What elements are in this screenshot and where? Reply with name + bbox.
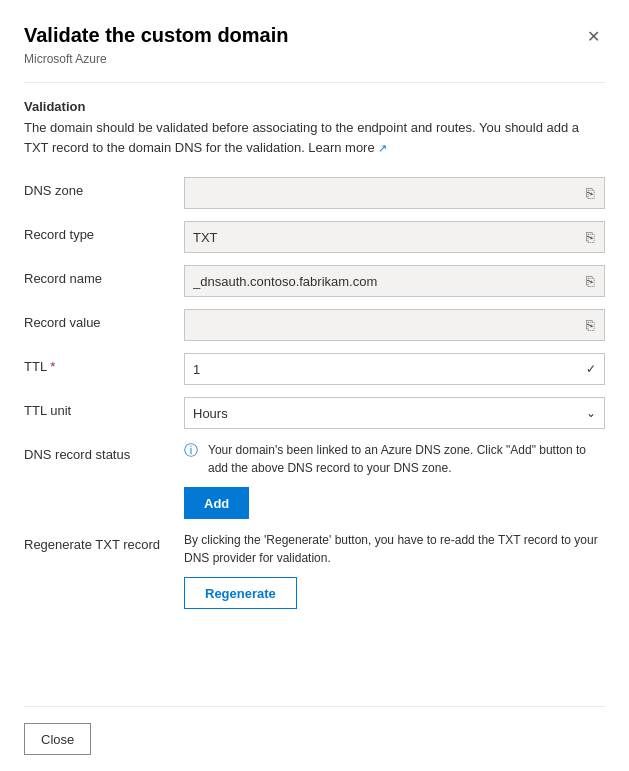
record-value-copy-icon[interactable]: ⎘ [584,315,596,335]
dialog-footer: Close [24,706,605,771]
record-name-copy-icon[interactable]: ⎘ [584,271,596,291]
dns-status-info-box: ⓘ Your domain's been linked to an Azure … [184,441,605,477]
regenerate-label: Regenerate TXT record [24,531,184,552]
record-type-label: Record type [24,221,184,242]
record-value-control: ⎘ [184,309,605,341]
dns-zone-input[interactable] [193,186,584,201]
ttl-label: TTL * [24,353,184,374]
validate-domain-dialog: Validate the custom domain ✕ Microsoft A… [0,0,629,771]
ttl-unit-chevron-icon: ⌄ [586,406,596,420]
ttl-unit-label: TTL unit [24,397,184,418]
ttl-select[interactable]: 1 ✓ [184,353,605,385]
record-type-control: ⎘ [184,221,605,253]
dns-zone-copy-icon[interactable]: ⎘ [584,183,596,203]
ttl-unit-select[interactable]: Hours ⌄ [184,397,605,429]
ttl-required-star: * [50,359,55,374]
info-icon: ⓘ [184,442,200,477]
record-name-label: Record name [24,265,184,286]
record-name-control: ⎘ [184,265,605,297]
record-type-input-wrapper: ⎘ [184,221,605,253]
dns-zone-label: DNS zone [24,177,184,198]
record-name-row: Record name ⎘ [24,265,605,297]
validation-heading: Validation [24,99,605,114]
ttl-row: TTL * 1 ✓ [24,353,605,385]
ttl-value: 1 [193,362,586,377]
dialog-subtitle: Microsoft Azure [24,52,605,66]
add-button[interactable]: Add [184,487,249,519]
record-value-label: Record value [24,309,184,330]
ttl-unit-control: Hours ⌄ [184,397,605,429]
dns-status-info-text: Your domain's been linked to an Azure DN… [208,441,605,477]
ttl-check-icon: ✓ [586,362,596,376]
record-type-input[interactable] [193,230,584,245]
regenerate-button[interactable]: Regenerate [184,577,297,609]
dns-zone-control: ⎘ [184,177,605,209]
ttl-unit-row: TTL unit Hours ⌄ [24,397,605,429]
dns-zone-row: DNS zone ⎘ [24,177,605,209]
validation-description: The domain should be validated before as… [24,118,605,157]
regenerate-content: By clicking the 'Regenerate' button, you… [184,531,605,609]
record-value-row: Record value ⎘ [24,309,605,341]
ttl-control: 1 ✓ [184,353,605,385]
external-link-icon: ↗ [378,142,387,154]
ttl-unit-value: Hours [193,406,586,421]
regenerate-description: By clicking the 'Regenerate' button, you… [184,531,605,567]
record-name-input-wrapper: ⎘ [184,265,605,297]
dns-status-content: ⓘ Your domain's been linked to an Azure … [184,441,605,519]
dns-zone-input-wrapper: ⎘ [184,177,605,209]
record-name-input[interactable] [193,274,584,289]
dialog-title: Validate the custom domain [24,24,289,47]
regenerate-row: Regenerate TXT record By clicking the 'R… [24,531,605,609]
record-type-copy-icon[interactable]: ⎘ [584,227,596,247]
dns-status-label: DNS record status [24,441,184,462]
close-button[interactable]: ✕ [581,24,605,48]
dialog-header: Validate the custom domain ✕ [24,24,605,48]
learn-more-link[interactable]: Learn more ↗ [308,140,387,155]
dns-status-row: DNS record status ⓘ Your domain's been l… [24,441,605,519]
header-divider [24,82,605,83]
record-type-row: Record type ⎘ [24,221,605,253]
close-footer-button[interactable]: Close [24,723,91,755]
record-value-input-wrapper: ⎘ [184,309,605,341]
record-value-input[interactable] [193,318,584,333]
